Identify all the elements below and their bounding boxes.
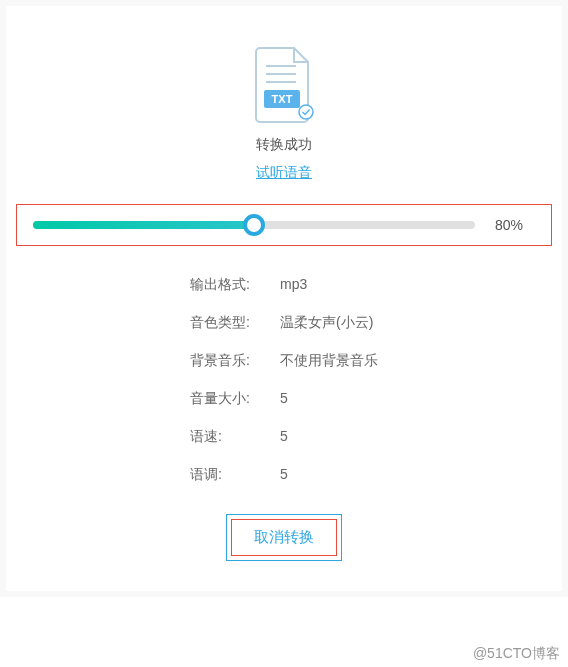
setting-tone: 语调: 5 <box>190 466 378 484</box>
setting-label: 音色类型: <box>190 314 280 332</box>
setting-value: 不使用背景音乐 <box>280 352 378 370</box>
setting-volume: 音量大小: 5 <box>190 390 378 408</box>
setting-value: 5 <box>280 466 288 484</box>
file-icon-wrap: TXT <box>6 46 562 124</box>
status-text: 转换成功 <box>6 136 562 154</box>
setting-speed: 语速: 5 <box>190 428 378 446</box>
setting-label: 语速: <box>190 428 280 446</box>
progress-slider-handle[interactable] <box>243 214 265 236</box>
svg-point-5 <box>299 105 313 119</box>
setting-value: 5 <box>280 390 288 408</box>
conversion-panel: TXT 转换成功 试听语音 80% 输出格式: mp3 音色类型: <box>6 6 562 591</box>
svg-text:TXT: TXT <box>272 93 293 105</box>
setting-label: 输出格式: <box>190 276 280 294</box>
setting-value: mp3 <box>280 276 307 294</box>
progress-slider-fill <box>33 221 254 229</box>
setting-value: 温柔女声(小云) <box>280 314 373 332</box>
watermark-text: @51CTO博客 <box>473 645 560 663</box>
setting-label: 语调: <box>190 466 280 484</box>
setting-voice-type: 音色类型: 温柔女声(小云) <box>190 314 378 332</box>
setting-value: 5 <box>280 428 288 446</box>
setting-bg-music: 背景音乐: 不使用背景音乐 <box>190 352 378 370</box>
setting-label: 音量大小: <box>190 390 280 408</box>
settings-list: 输出格式: mp3 音色类型: 温柔女声(小云) 背景音乐: 不使用背景音乐 音… <box>6 276 562 504</box>
setting-label: 背景音乐: <box>190 352 280 370</box>
preview-audio-link[interactable]: 试听语音 <box>6 164 562 182</box>
cancel-conversion-button[interactable]: 取消转换 <box>231 519 337 556</box>
progress-slider[interactable] <box>33 221 475 229</box>
progress-slider-row: 80% <box>16 204 552 246</box>
cancel-button-frame: 取消转换 <box>226 514 342 561</box>
txt-file-icon: TXT <box>252 46 316 124</box>
progress-percent-label: 80% <box>495 217 535 233</box>
setting-output-format: 输出格式: mp3 <box>190 276 378 294</box>
